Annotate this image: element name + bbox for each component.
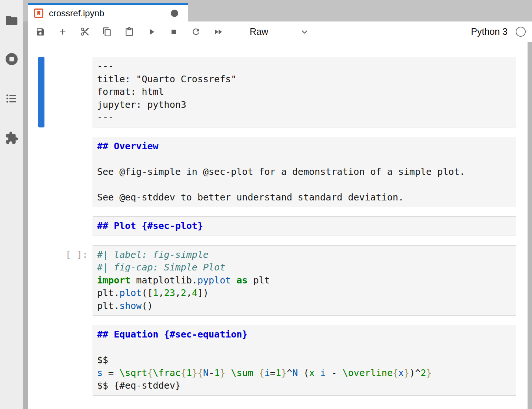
cut-cells-icon[interactable] xyxy=(80,27,90,37)
cell-gutter xyxy=(38,325,93,396)
paste-cells-icon[interactable] xyxy=(124,27,134,37)
cell-gutter xyxy=(38,216,93,236)
run-icon[interactable] xyxy=(147,27,156,37)
dock-tab-bar: crossref.ipynb xyxy=(23,0,532,21)
selected-cell-bar xyxy=(38,57,44,127)
cell-gutter: [ ]: xyxy=(38,245,93,316)
cell-editor[interactable]: ## Plot {#sec-plot} xyxy=(93,216,516,236)
kernel-status-icon xyxy=(516,27,526,37)
kernel-name[interactable]: Python 3 xyxy=(471,26,508,37)
restart-run-all-icon[interactable] xyxy=(213,27,223,37)
stop-icon[interactable] xyxy=(169,27,179,37)
notebook-cell-markdown[interactable]: ## Equation {#sec-equation} $$s = \sqrt{… xyxy=(28,325,528,396)
notebook-panel: ---title: "Quarto Crossrefs"format: html… xyxy=(28,43,528,409)
running-kernels-icon[interactable] xyxy=(4,51,19,66)
cell-editor[interactable]: ## Equation {#sec-equation} $$s = \sqrt{… xyxy=(93,325,516,396)
execution-count-prompt: [ ]: xyxy=(66,249,88,262)
tab-crossref-ipynb[interactable]: crossref.ipynb xyxy=(28,3,188,21)
notebook-cell-markdown[interactable]: ## Overview See @fig-simple in @sec-plot… xyxy=(28,137,528,207)
jupyterlab-window: crossref.ipynb xyxy=(0,0,532,409)
file-browser-icon[interactable] xyxy=(4,13,19,28)
cell-gutter xyxy=(38,57,93,127)
extension-manager-icon[interactable] xyxy=(4,130,19,145)
cell-editor[interactable]: ---title: "Quarto Crossrefs"format: html… xyxy=(93,57,516,127)
cell-type-value: Raw xyxy=(250,26,268,37)
save-icon[interactable] xyxy=(36,27,45,37)
unsaved-indicator-dot xyxy=(171,10,178,17)
left-activity-bar xyxy=(0,0,23,409)
cell-list: ---title: "Quarto Crossrefs"format: html… xyxy=(28,43,528,396)
table-of-contents-icon[interactable] xyxy=(4,91,19,106)
notebook-cell-raw[interactable]: ---title: "Quarto Crossrefs"format: html… xyxy=(28,57,528,127)
restart-kernel-icon[interactable] xyxy=(191,27,201,37)
caret-down-icon xyxy=(300,27,309,36)
tab-title: crossref.ipynb xyxy=(49,8,104,19)
notebook-cell-code[interactable]: [ ]:#| label: fig-simple#| fig-cap: Simp… xyxy=(28,245,528,316)
cell-editor[interactable]: #| label: fig-simple#| fig-cap: Simple P… xyxy=(93,245,516,316)
cell-type-select[interactable]: Raw xyxy=(250,26,309,37)
notebook-toolbar: Raw Python 3 xyxy=(28,21,532,42)
sidebar-splitter[interactable] xyxy=(23,0,28,409)
copy-cells-icon[interactable] xyxy=(102,27,112,37)
notebook-cell-markdown[interactable]: ## Plot {#sec-plot} xyxy=(28,216,528,236)
cell-gutter xyxy=(38,137,93,207)
add-cell-icon[interactable] xyxy=(58,27,67,37)
notebook-icon xyxy=(34,8,44,18)
cell-editor[interactable]: ## Overview See @fig-simple in @sec-plot… xyxy=(93,137,516,207)
